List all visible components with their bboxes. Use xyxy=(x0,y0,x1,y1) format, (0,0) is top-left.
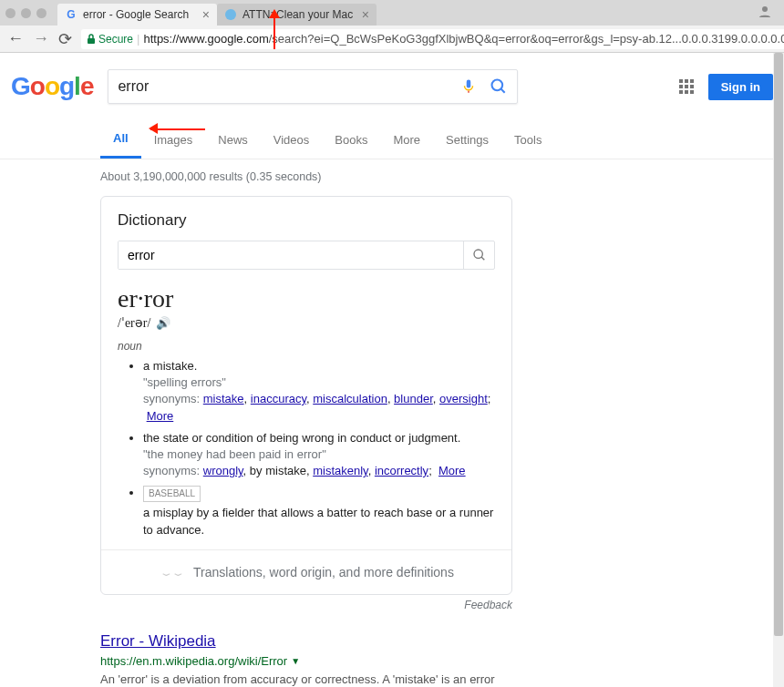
result-title[interactable]: Error - Wikipedia xyxy=(100,632,216,650)
window-title-bar: G error - Google Search × ATTN: Clean yo… xyxy=(0,0,784,26)
nav-news[interactable]: News xyxy=(205,122,261,158)
results-column: About 3,190,000,000 results (0.35 second… xyxy=(0,159,547,687)
mic-icon[interactable] xyxy=(460,78,477,95)
definition-item: the state or condition of being wrong in… xyxy=(143,430,495,480)
synonym-link[interactable]: inaccuracy xyxy=(251,392,306,405)
synonym-link[interactable]: oversight xyxy=(439,392,488,405)
reload-button[interactable]: ⟳ xyxy=(58,29,72,49)
dictionary-search-input[interactable] xyxy=(119,241,463,269)
nav-videos[interactable]: Videos xyxy=(261,122,323,158)
nav-images[interactable]: Images xyxy=(141,122,206,158)
search-box[interactable] xyxy=(108,69,518,104)
svg-point-0 xyxy=(762,6,768,12)
google-favicon: G xyxy=(65,8,77,21)
tab-title: error - Google Search xyxy=(83,8,189,21)
scroll-thumb[interactable] xyxy=(774,53,783,636)
more-link[interactable]: More xyxy=(147,409,174,423)
dictionary-pronunciation: /ˈerər/ 🔊 xyxy=(118,315,495,331)
secure-indicator[interactable]: Secure xyxy=(87,33,133,46)
signin-button[interactable]: Sign in xyxy=(708,74,773,100)
definition-item: a mistake. "spelling errors" synonyms: m… xyxy=(143,358,495,425)
profile-icon[interactable] xyxy=(757,4,773,23)
definition-item: BASEBALL a misplay by a fielder that all… xyxy=(143,485,495,538)
search-nav: All Images News Videos Books More Settin… xyxy=(0,120,784,159)
dictionary-card: Dictionary er·ror /ˈerər/ 🔊 noun a mista… xyxy=(100,196,512,595)
more-link[interactable]: More xyxy=(438,464,466,477)
search-icon[interactable] xyxy=(490,77,508,96)
svg-rect-1 xyxy=(88,38,95,44)
nav-more[interactable]: More xyxy=(380,122,433,158)
close-icon[interactable]: × xyxy=(362,7,369,22)
dictionary-heading: Dictionary xyxy=(118,211,495,230)
chevron-down-icon: ⌄⌄ xyxy=(159,567,182,578)
synonym-link[interactable]: wrongly xyxy=(203,464,243,477)
nav-all[interactable]: All xyxy=(100,120,141,159)
synonym-link[interactable]: incorrectly xyxy=(375,464,428,477)
back-button[interactable]: ← xyxy=(7,29,24,48)
nav-books[interactable]: Books xyxy=(322,122,380,158)
svg-line-3 xyxy=(501,89,505,93)
dictionary-search[interactable] xyxy=(118,241,495,270)
search-input[interactable] xyxy=(118,78,460,95)
result-stats: About 3,190,000,000 results (0.35 second… xyxy=(100,159,547,196)
tab-title: ATTN: Clean your Mac xyxy=(242,8,353,21)
tab-strip: G error - Google Search × ATTN: Clean yo… xyxy=(57,0,757,26)
svg-point-2 xyxy=(492,80,503,91)
synonym-link[interactable]: mistake xyxy=(203,392,244,405)
result-url[interactable]: https://en.m.wikipedia.org/wiki/Error ▼ xyxy=(100,652,501,671)
traffic-lights[interactable] xyxy=(5,8,46,18)
domain-badge: BASEBALL xyxy=(143,486,201,502)
synonym-link[interactable]: blunder xyxy=(394,392,433,405)
forward-button: → xyxy=(33,29,49,48)
secure-label: Secure xyxy=(98,33,133,46)
vertical-scrollbar[interactable] xyxy=(773,53,784,687)
part-of-speech: noun xyxy=(118,340,495,353)
address-bar[interactable]: Secure | https://www.google.com/search?e… xyxy=(81,29,784,49)
search-result: Error - Wikipedia https://en.m.wikipedia… xyxy=(100,630,501,687)
synonym-link[interactable]: miscalculation xyxy=(313,392,387,405)
feedback-link[interactable]: Feedback xyxy=(100,599,512,611)
google-logo[interactable]: Google xyxy=(11,72,93,101)
dictionary-word: er·ror xyxy=(118,284,495,313)
apps-icon[interactable] xyxy=(679,79,694,94)
header-right-tools: Sign in xyxy=(679,74,773,100)
page-favicon xyxy=(224,8,237,21)
result-snippet: An 'error' is a deviation from accuracy … xyxy=(100,671,501,687)
svg-line-5 xyxy=(481,257,484,260)
page-content: Google Sign in All Images News Videos Bo… xyxy=(0,53,784,687)
svg-point-4 xyxy=(474,250,482,258)
url-text: https://www.google.com/search?ei=Q_BcWsP… xyxy=(143,32,784,46)
nav-tools[interactable]: Tools xyxy=(501,122,554,158)
expand-definitions[interactable]: ⌄⌄ Translations, word origin, and more d… xyxy=(101,549,511,594)
google-header: Google Sign in xyxy=(0,53,784,104)
audio-icon[interactable]: 🔊 xyxy=(156,316,170,331)
browser-tab-active[interactable]: G error - Google Search × xyxy=(57,4,217,26)
close-icon[interactable]: × xyxy=(202,7,210,22)
nav-settings[interactable]: Settings xyxy=(433,122,501,158)
dictionary-search-button[interactable] xyxy=(463,241,494,269)
browser-tab-inactive[interactable]: ATTN: Clean your Mac × xyxy=(217,4,377,26)
browser-toolbar: ← → ⟳ Secure | https://www.google.com/se… xyxy=(0,26,784,53)
synonym-link[interactable]: mistakenly xyxy=(313,464,367,477)
definitions-list: a mistake. "spelling errors" synonyms: m… xyxy=(143,358,495,538)
dropdown-icon[interactable]: ▼ xyxy=(291,654,300,668)
